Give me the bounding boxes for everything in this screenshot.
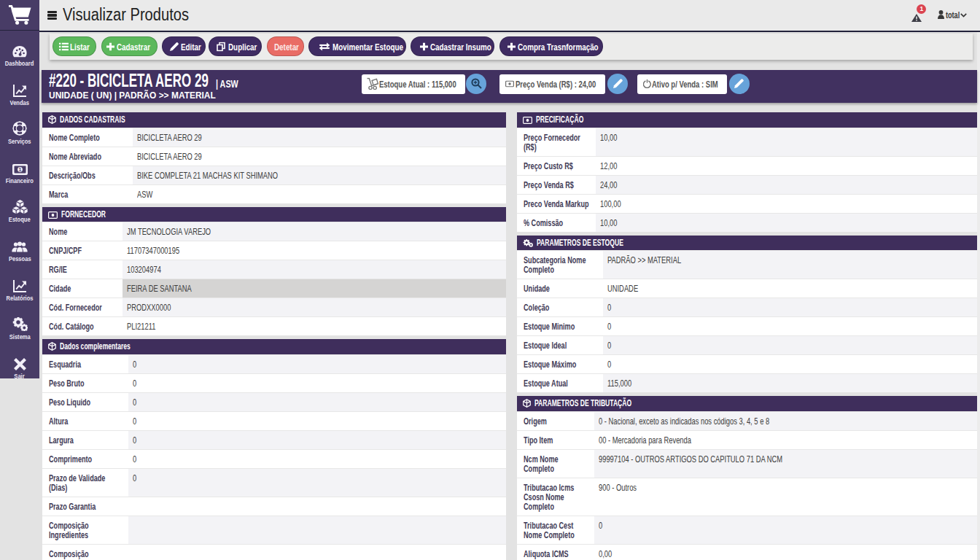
svg-text:1: 1 (18, 167, 21, 172)
